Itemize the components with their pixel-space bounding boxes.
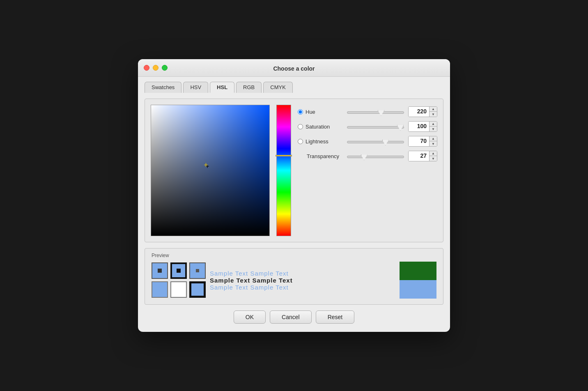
- buttons-row: OK Cancel Reset: [145, 310, 443, 325]
- color-square-4: [152, 281, 168, 298]
- lightness-value-input[interactable]: [409, 136, 429, 146]
- minimize-button[interactable]: [153, 65, 158, 71]
- transparency-spin-buttons: ▲ ▼: [429, 151, 437, 161]
- swatch-new-color: [400, 280, 436, 299]
- lightness-spin-up[interactable]: ▲: [430, 136, 437, 141]
- transparency-spin-down[interactable]: ▼: [430, 156, 437, 161]
- sample-text-row-2: Sample Text Sample Text: [210, 277, 293, 284]
- crosshair: +: [205, 163, 210, 168]
- center-dot-1: [158, 269, 162, 273]
- dialog-body: Swatches HSV HSL RGB CMYK +: [138, 77, 450, 332]
- hue-indicator: [276, 155, 292, 156]
- lightness-radio[interactable]: [298, 139, 303, 144]
- color-square-6: [189, 281, 206, 298]
- transparency-input-box[interactable]: ▲ ▼: [408, 151, 437, 161]
- lightness-spin-down[interactable]: ▼: [430, 141, 437, 146]
- tab-cmyk[interactable]: CMYK: [263, 82, 293, 93]
- window-controls: [144, 65, 168, 71]
- saturation-spin-buttons: ▲ ▼: [429, 122, 437, 131]
- sample-texts-area: Sample Text Sample Text Sample Text Samp…: [210, 270, 293, 291]
- hue-slider-wrapper: [347, 108, 404, 115]
- transparency-slider-wrapper: [347, 152, 404, 160]
- hue-spin-up[interactable]: ▲: [430, 107, 437, 112]
- transparency-value-input[interactable]: [409, 151, 429, 161]
- lightness-input-box[interactable]: ▲ ▼: [408, 136, 437, 147]
- color-gradient-area[interactable]: +: [151, 105, 270, 236]
- tab-rgb[interactable]: RGB: [236, 82, 262, 93]
- saturation-spin-down[interactable]: ▼: [430, 126, 437, 131]
- preview-label: Preview: [152, 253, 436, 258]
- saturation-slider-wrapper: [347, 123, 404, 130]
- saturation-radio[interactable]: [298, 124, 303, 129]
- ok-button[interactable]: OK: [234, 310, 266, 324]
- sample-text-row-1: Sample Text Sample Text: [210, 270, 293, 277]
- cancel-button[interactable]: Cancel: [270, 310, 312, 324]
- dialog-title: Choose a color: [273, 65, 315, 72]
- tab-hsv[interactable]: HSV: [183, 82, 208, 93]
- hue-value-input[interactable]: [409, 107, 429, 117]
- preview-content: Sample Text Sample Text Sample Text Samp…: [152, 262, 436, 299]
- saturation-value-input[interactable]: [409, 122, 429, 131]
- saturation-row: Saturation ▲ ▼: [298, 121, 437, 132]
- hue-spin-buttons: ▲ ▼: [429, 107, 437, 117]
- lightness-spin-buttons: ▲ ▼: [429, 136, 437, 146]
- lightness-slider[interactable]: [347, 141, 404, 143]
- sample-text-row-3: Sample Text Sample Text: [210, 284, 293, 291]
- close-button[interactable]: [144, 65, 149, 71]
- transparency-label: Transparency: [298, 153, 343, 159]
- saturation-input-box[interactable]: ▲ ▼: [408, 121, 437, 132]
- saturation-radio-label[interactable]: Saturation: [298, 124, 343, 130]
- transparency-row: Transparency ▲ ▼: [298, 151, 437, 161]
- squares-row-1: [152, 262, 206, 279]
- squares-row-2: [152, 281, 206, 298]
- tab-hsl[interactable]: HSL: [210, 82, 234, 93]
- hue-radio-label[interactable]: Hue: [298, 109, 343, 115]
- saturation-spin-up[interactable]: ▲: [430, 122, 437, 126]
- color-square-3: [189, 262, 206, 279]
- squares-group-1: [152, 262, 206, 298]
- preview-color-swatches: [400, 262, 436, 299]
- lightness-radio-label[interactable]: Lightness: [298, 138, 343, 145]
- controls-area: Hue ▲ ▼: [298, 105, 437, 236]
- reset-button[interactable]: Reset: [316, 310, 355, 324]
- color-picker-panel: + Hue: [145, 99, 443, 242]
- center-dot-3: [196, 269, 199, 272]
- saturation-slider[interactable]: [347, 126, 404, 129]
- color-square-5: [170, 281, 187, 298]
- tab-bar: Swatches HSV HSL RGB CMYK: [145, 82, 443, 93]
- maximize-button[interactable]: [162, 65, 168, 71]
- gradient-box[interactable]: +: [151, 105, 270, 236]
- lightness-row: Lightness ▲ ▼: [298, 136, 437, 147]
- transparency-slider[interactable]: [347, 156, 404, 158]
- transparency-spin-up[interactable]: ▲: [430, 151, 437, 156]
- center-dot-2: [177, 269, 181, 273]
- lightness-slider-wrapper: [347, 138, 404, 145]
- color-square-2: [170, 262, 187, 279]
- hue-slider[interactable]: [347, 111, 404, 114]
- preview-section: Preview: [145, 248, 443, 305]
- title-bar: Choose a color: [138, 59, 450, 77]
- swatch-old-color: [400, 262, 436, 280]
- color-square-1: [152, 262, 168, 279]
- hue-input-box[interactable]: ▲ ▼: [408, 106, 437, 117]
- tab-swatches[interactable]: Swatches: [145, 82, 181, 93]
- color-dialog: Choose a color Swatches HSV HSL RGB CMYK: [138, 59, 450, 332]
- hue-spin-down[interactable]: ▼: [430, 112, 437, 117]
- hue-strip[interactable]: [276, 105, 291, 236]
- hue-row: Hue ▲ ▼: [298, 106, 437, 117]
- hue-radio[interactable]: [298, 109, 303, 115]
